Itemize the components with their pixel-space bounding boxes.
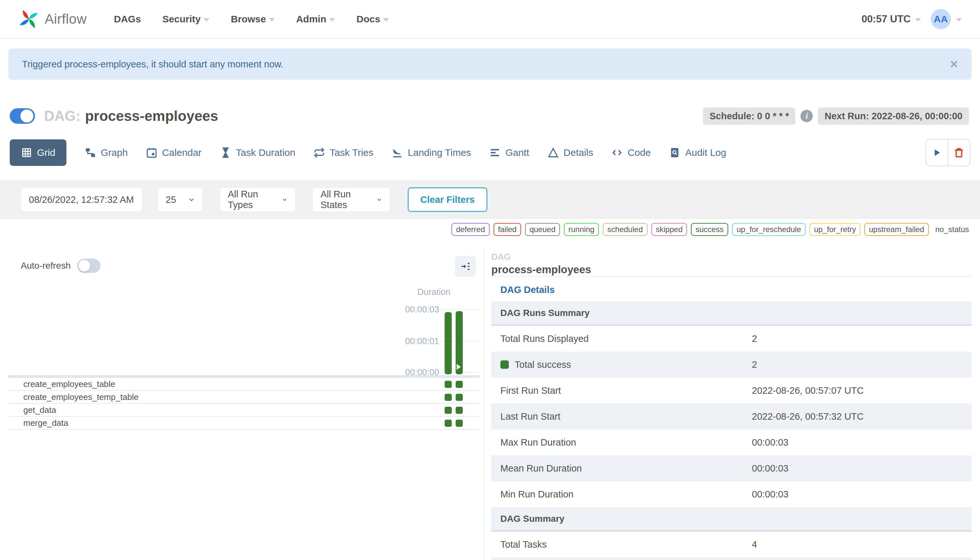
tab-task-duration[interactable]: Task Duration	[220, 147, 295, 158]
table-value: 2022-08-26, 00:57:32 UTC	[752, 411, 864, 422]
tab-audit-log[interactable]: Audit Log	[669, 147, 726, 158]
task-name[interactable]: merge_data	[23, 418, 68, 428]
task-instance-success[interactable]	[456, 407, 463, 414]
grid-icon	[21, 147, 32, 158]
task-instance-success[interactable]	[445, 394, 452, 401]
legend-up-for-reschedule[interactable]: up_for_reschedule	[732, 223, 806, 236]
axis-tick: 00:00:03	[405, 305, 439, 315]
nav-right: 00:57 UTC AA	[862, 9, 962, 29]
task-instance-squares	[445, 394, 463, 401]
collapse-panel-icon	[460, 261, 471, 272]
nav-item-browse[interactable]: Browse	[231, 13, 275, 25]
table-row: Total Runs Displayed 2	[491, 326, 972, 352]
legend-upstream-failed[interactable]: upstream_failed	[864, 223, 929, 236]
dag-run-bar-1[interactable]	[445, 312, 452, 374]
task-instance-success[interactable]	[445, 420, 452, 427]
table-value: 2	[752, 359, 757, 370]
next-run-badge: Next Run: 2022-08-26, 00:00:00	[818, 108, 969, 125]
table-section-header: DAG Runs Summary	[491, 302, 972, 326]
chevron-down-icon	[269, 18, 275, 22]
toggle-knob	[78, 260, 90, 272]
chevron-down-icon	[188, 197, 195, 203]
auto-refresh-label: Auto-refresh	[21, 260, 71, 271]
nav-item-dags[interactable]: DAGs	[114, 13, 141, 25]
nav-item-docs[interactable]: Docs	[357, 13, 389, 25]
tab-grid[interactable]: Grid	[10, 139, 67, 166]
legend-failed[interactable]: failed	[493, 223, 521, 236]
delete-dag-button[interactable]	[948, 140, 970, 166]
table-value: 2022-08-26, 00:57:07 UTC	[752, 385, 864, 396]
user-menu[interactable]: AA	[931, 9, 962, 29]
legend-queued[interactable]: queued	[525, 223, 560, 236]
table-row: Total Tasks 4	[491, 532, 972, 557]
legend-up-for-retry[interactable]: up_for_retry	[810, 223, 860, 236]
info-icon[interactable]: i	[800, 110, 813, 122]
task-row[interactable]: get_data	[8, 404, 480, 417]
task-row[interactable]: merge_data	[8, 417, 480, 430]
legend-scheduled[interactable]: scheduled	[603, 223, 647, 236]
dag-actions-group	[925, 139, 970, 166]
dag-details-link[interactable]: DAG Details	[500, 285, 555, 295]
task-instance-success[interactable]	[445, 407, 452, 414]
tab-landing-times[interactable]: Landing Times	[392, 147, 471, 158]
tab-details[interactable]: Details	[547, 147, 593, 158]
chevron-down-icon	[383, 18, 389, 22]
table-row: Total success 2	[491, 352, 972, 378]
triangle-icon	[547, 147, 559, 158]
task-row[interactable]: create_employees_temp_table	[8, 391, 480, 404]
task-name[interactable]: get_data	[23, 405, 56, 415]
table-value: 00:00:03	[752, 463, 788, 474]
table-value: 2	[752, 333, 757, 344]
details-panel: DAG process-employees DAG Details DAG Ru…	[491, 250, 972, 560]
dag-pause-toggle[interactable]	[10, 108, 35, 124]
task-instance-success[interactable]	[456, 381, 463, 388]
play-icon	[932, 147, 942, 158]
runs-axis-band	[8, 375, 480, 378]
toggle-details-panel-button[interactable]	[455, 256, 476, 277]
axis-tick: 00:00:01	[405, 337, 439, 347]
clock-dropdown[interactable]: 00:57 UTC	[862, 13, 921, 25]
task-row[interactable]: create_employees_table	[8, 378, 480, 391]
table-row: Min Run Duration 00:00:03	[491, 481, 972, 507]
trigger-dag-button[interactable]	[926, 140, 948, 166]
task-name[interactable]: create_employees_temp_table	[23, 392, 139, 402]
tab-graph[interactable]: Graph	[85, 147, 128, 158]
tab-code[interactable]: Code	[611, 147, 651, 158]
nav-item-security[interactable]: Security	[162, 13, 209, 25]
task-instance-success[interactable]	[445, 381, 452, 388]
dag-title-prefix: DAG:	[44, 108, 80, 124]
panel-label: DAG	[491, 252, 972, 262]
legend-deferred[interactable]: deferred	[452, 223, 489, 236]
chevron-down-icon	[282, 197, 287, 203]
airflow-brand[interactable]: Airflow	[18, 8, 87, 30]
gridline	[440, 309, 479, 310]
task-instance-success[interactable]	[456, 420, 463, 427]
avatar[interactable]: AA	[931, 9, 951, 29]
graph-icon	[85, 147, 96, 158]
panel-dag-name: process-employees	[491, 263, 972, 276]
duration-axis-title: Duration	[417, 287, 450, 297]
legend-success[interactable]: success	[691, 223, 728, 236]
task-instance-success[interactable]	[456, 394, 463, 401]
base-date-input[interactable]	[21, 187, 143, 212]
nav-item-admin[interactable]: Admin	[296, 13, 335, 25]
num-runs-select[interactable]: 25	[158, 187, 203, 212]
dag-run-bar-2[interactable]	[456, 311, 463, 374]
run-states-select[interactable]: All Run States	[312, 187, 390, 212]
page-title: DAG:process-employees	[44, 108, 218, 124]
schedule-badge[interactable]: Schedule: 0 0 * * *	[703, 108, 795, 125]
close-icon[interactable]: ×	[950, 57, 958, 71]
auto-refresh-toggle[interactable]	[77, 258, 100, 273]
legend-running[interactable]: running	[564, 223, 599, 236]
chevron-down-icon	[203, 18, 209, 22]
clear-filters-button[interactable]: Clear Filters	[408, 187, 487, 212]
tab-gantt[interactable]: Gantt	[489, 147, 529, 158]
run-types-select[interactable]: All Run Types	[220, 187, 295, 212]
legend-skipped[interactable]: skipped	[652, 223, 687, 236]
task-name[interactable]: create_employees_table	[23, 379, 115, 389]
tab-task-tries[interactable]: Task Tries	[313, 147, 373, 158]
tab-calendar[interactable]: Calendar	[146, 147, 202, 158]
table-value: 00:00:03	[752, 489, 788, 500]
legend-no-status: no_status	[935, 225, 969, 234]
nav-menu: DAGs Security Browse Admin Docs	[114, 13, 389, 25]
